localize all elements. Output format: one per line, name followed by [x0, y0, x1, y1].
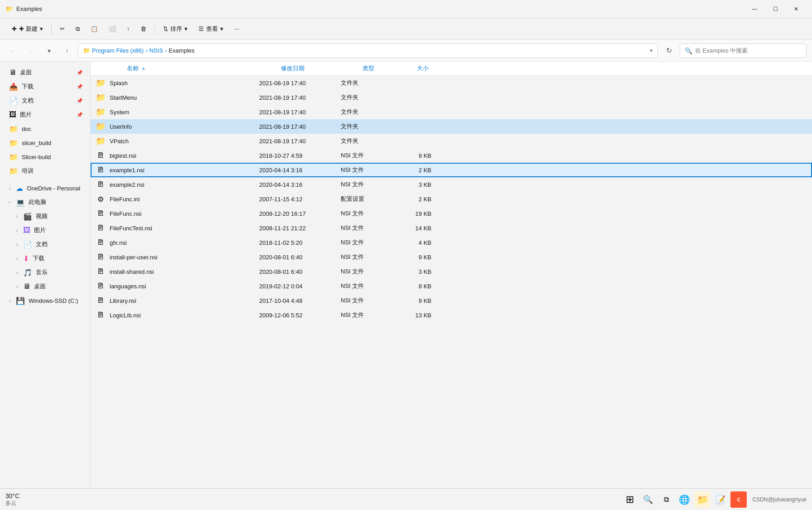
table-row[interactable]: 🖹 install-shared.nsi 2020-08-01 6:40 NSI… — [91, 264, 812, 279]
pin-icon: 📌 — [77, 98, 83, 104]
sidebar-item-thispc[interactable]: › 💻 此电脑 — [2, 195, 88, 209]
share-button[interactable]: ↑ — [122, 23, 135, 35]
table-row[interactable]: 📁 UserInfo 2021-08-19 17:40 文件夹 — [91, 119, 812, 134]
sidebar-item-slicer-build[interactable]: 📁 slicer_build — [2, 136, 88, 150]
view-button[interactable]: ☰ 查看 ▾ — [194, 22, 228, 36]
breadcrumb-dropdown-icon[interactable]: ▾ — [650, 47, 653, 54]
search-button[interactable]: 🔍 — [640, 491, 656, 508]
breadcrumb-programfiles[interactable]: Program Files (x86) — [92, 47, 144, 54]
folder-icon: 📁 — [96, 107, 106, 117]
table-row[interactable]: 📁 System 2021-08-19 17:40 文件夹 — [91, 105, 812, 119]
share-icon: ↑ — [127, 25, 130, 32]
breadcrumb-examples[interactable]: Examples — [169, 47, 194, 54]
slicer-build-folder-icon: 📁 — [9, 139, 18, 147]
column-name[interactable]: 名称 ∧ — [109, 64, 281, 73]
sidebar-item-downloads[interactable]: 📥 下载 📌 — [2, 80, 88, 93]
sort-button[interactable]: ⇅ 排序 ▾ — [159, 22, 192, 36]
file-type: 文件夹 — [341, 79, 395, 87]
view-label: 查看 — [206, 25, 218, 33]
paste-icon: 📋 — [91, 25, 98, 32]
table-row[interactable]: 📁 StartMenu 2021-08-19 17:40 文件夹 — [91, 90, 812, 105]
explorer-button[interactable]: 📁 — [694, 491, 710, 508]
notepad-button[interactable]: 📝 — [712, 491, 729, 508]
folder-icon: 📁 — [96, 136, 106, 146]
table-row[interactable]: 📁 VPatch 2021-08-19 17:40 文件夹 — [91, 134, 812, 148]
sidebar-item-documents[interactable]: 📄 文档 📌 — [2, 94, 88, 107]
new-button[interactable]: ✚ ✚ 新建 ▾ — [7, 22, 48, 36]
task-view-button[interactable]: ⧉ — [658, 491, 674, 508]
sidebar-item-training[interactable]: 📁 培训 — [2, 164, 88, 178]
table-row[interactable]: 🖹 bigtest.nsi 2018-10-27 4:59 NSI 文件 9 K… — [91, 148, 812, 163]
new-label: ✚ 新建 — [19, 25, 38, 33]
sidebar-item-pictures[interactable]: 🖼 图片 📌 — [2, 108, 88, 121]
refresh-button[interactable]: ↻ — [662, 44, 676, 58]
sidebar-item-video[interactable]: › 🎬 视频 — [2, 209, 88, 223]
table-row[interactable]: 🖹 LogicLib.nsi 2009-12-06 5:52 NSI 文件 13… — [91, 308, 812, 322]
file-type: NSI 文件 — [341, 267, 395, 276]
expand-icon: › — [9, 186, 10, 191]
start-button[interactable]: ⊞ — [622, 491, 638, 508]
table-row[interactable]: 🖹 languages.nsi 2019-02-12 0:04 NSI 文件 8… — [91, 279, 812, 293]
file-name: Splash — [110, 80, 259, 87]
sidebar-item-desktop2[interactable]: › 🖥 桌面 — [2, 280, 88, 293]
file-date: 2020-04-14 3:16 — [259, 181, 341, 188]
sidebar-item-doc[interactable]: 📁 doc — [2, 122, 88, 136]
table-row[interactable]: ⚙ FileFunc.ini 2007-11-15 4:12 配置设置 2 KB — [91, 192, 812, 206]
breadcrumb-nsis[interactable]: NSIS — [149, 47, 163, 54]
back-button[interactable]: ← — [5, 44, 20, 58]
docs2-icon: 📄 — [23, 240, 32, 249]
file-name: FileFuncTest.nsi — [110, 225, 259, 232]
forward-button[interactable]: → — [24, 44, 38, 58]
minimize-button[interactable]: — — [744, 0, 765, 18]
table-row[interactable]: 🖹 Library.nsi 2017-10-04 4:48 NSI 文件 9 K… — [91, 293, 812, 308]
sidebar-item-windows-ssd[interactable]: › 💾 Windows-SSD (C:) — [2, 294, 88, 307]
sidebar-item-downloads2[interactable]: › ⬇ 下载 — [2, 252, 88, 265]
table-row[interactable]: 🖹 FileFunc.nsi 2008-12-20 16:17 NSI 文件 1… — [91, 206, 812, 221]
file-date: 2020-08-01 6:40 — [259, 254, 341, 261]
file-name: VPatch — [110, 138, 259, 145]
table-row[interactable]: 🖹 gfx.nsi 2018-11-02 5:20 NSI 文件 4 KB — [91, 235, 812, 250]
pictures2-icon: 🖼 — [23, 226, 30, 234]
file-type: 文件夹 — [341, 137, 395, 145]
file-name: StartMenu — [110, 94, 259, 101]
search-bar: 🔍 — [680, 44, 807, 58]
column-date[interactable]: 修改日期 — [281, 64, 362, 73]
paste-button[interactable]: 📋 — [86, 23, 102, 35]
table-row[interactable]: 🖹 install-per-user.nsi 2020-08-01 6:40 N… — [91, 250, 812, 264]
file-name: example2.nsi — [110, 181, 259, 188]
sidebar-item-slicer-build2[interactable]: 📁 Slicer-build — [2, 150, 88, 164]
sidebar-item-music[interactable]: › 🎵 音乐 — [2, 266, 88, 279]
sidebar-item-onedrive[interactable]: › ☁ OneDrive - Personal — [2, 181, 88, 195]
edge-button[interactable]: 🌐 — [676, 491, 692, 508]
table-row[interactable]: 🖹 FileFuncTest.nsi 2008-11-21 21:22 NSI … — [91, 221, 812, 235]
sidebar-item-desktop[interactable]: 🖥 桌面 📌 — [2, 66, 88, 79]
table-row[interactable]: 🖹 example1.nsi 2020-04-14 3:16 NSI 文件 2 … — [91, 163, 812, 177]
up-button[interactable]: ↑ — [60, 44, 74, 58]
maximize-button[interactable]: ☐ — [765, 0, 786, 18]
table-row[interactable]: 📁 Splash 2021-08-19 17:40 文件夹 — [91, 76, 812, 90]
rename-button[interactable]: ⬜ — [104, 23, 121, 35]
search-input[interactable] — [695, 47, 802, 54]
delete-button[interactable]: 🗑 — [136, 23, 151, 35]
file-size: 3 KB — [395, 268, 440, 275]
file-type: 文件夹 — [341, 122, 395, 131]
file-area: 名称 ∧ 修改日期 类型 大小 📁 Splash 2021-08-19 17:4… — [91, 62, 812, 496]
file-date: 2021-08-19 17:40 — [259, 80, 341, 87]
more-button[interactable]: ··· — [230, 23, 244, 35]
sort-label: 排序 — [170, 25, 182, 33]
delete-icon: 🗑 — [140, 25, 146, 32]
sidebar-item-pictures2[interactable]: › 🖼 图片 — [2, 223, 88, 237]
close-button[interactable]: ✕ — [786, 0, 807, 18]
csdn-button[interactable]: C — [730, 491, 747, 508]
file-content[interactable]: 名称 ∧ 修改日期 类型 大小 📁 Splash 2021-08-19 17:4… — [91, 62, 812, 496]
sidebar-item-docs2[interactable]: › 📄 文档 — [2, 238, 88, 251]
table-row[interactable]: 🖹 example2.nsi 2020-04-14 3:16 NSI 文件 3 … — [91, 177, 812, 192]
downloads2-icon: ⬇ — [23, 254, 29, 263]
recent-locations-button[interactable]: ▾ — [42, 44, 56, 58]
column-type[interactable]: 类型 — [362, 64, 417, 73]
video-icon: 🎬 — [23, 212, 32, 221]
nsi-file-icon: 🖹 — [97, 166, 104, 174]
copy-button[interactable]: ⧉ — [71, 23, 84, 35]
column-size[interactable]: 大小 — [417, 64, 462, 73]
cut-button[interactable]: ✂ — [55, 23, 69, 35]
